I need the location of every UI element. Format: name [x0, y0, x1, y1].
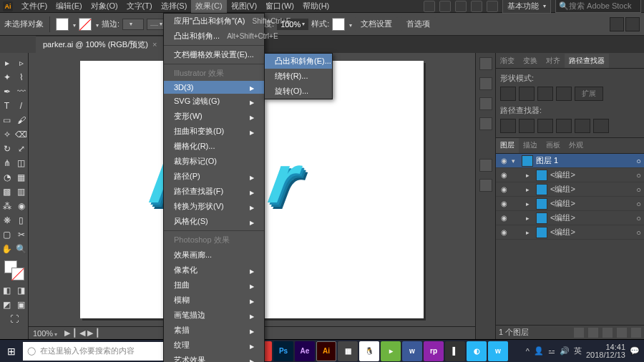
menu-svg-filters[interactable]: SVG 滤镜(G): [164, 94, 264, 109]
stroke-weight[interactable]: [122, 19, 144, 30]
menu-convert-shape[interactable]: 转换为形状(V): [164, 199, 264, 214]
menu-rotate[interactable]: 旋转(O)...: [265, 84, 332, 99]
layer-row[interactable]: ◉▸<编组>○: [496, 197, 644, 211]
shaper-tool[interactable]: ✧: [0, 127, 14, 142]
menu-help[interactable]: 帮助(H): [298, 0, 333, 13]
menu-file[interactable]: 文件(F): [17, 0, 52, 13]
notification-icon[interactable]: 💬: [630, 346, 640, 356]
visibility-icon[interactable]: ◉: [499, 185, 509, 195]
menu-artistic[interactable]: 艺术效果: [164, 353, 264, 362]
layer-row[interactable]: ◉▸<编组>○: [496, 182, 644, 197]
layer-row[interactable]: ◉▸<编组>○: [496, 168, 644, 182]
gradient-mode-icon[interactable]: ◨: [14, 283, 29, 298]
menu-apply-last[interactable]: 应用"凸出和斜角"(A)Shift+Ctrl+E: [164, 14, 264, 29]
menu-pathfinder[interactable]: 路径查找器(F): [164, 184, 264, 199]
menu-blur[interactable]: 模糊: [164, 293, 264, 308]
prefs-button[interactable]: 首选项: [401, 17, 436, 31]
locate-layer-icon[interactable]: [574, 328, 584, 338]
expand-icon[interactable]: ▸: [526, 172, 533, 179]
pf-expand[interactable]: 扩展: [575, 87, 603, 101]
taskbar-ai[interactable]: Ai: [316, 341, 336, 361]
menu-select[interactable]: 选择(S): [157, 0, 192, 13]
dock-color-icon[interactable]: [479, 57, 492, 70]
free-transform-tool[interactable]: ◫: [14, 156, 29, 170]
menu-revolve[interactable]: 绕转(R)...: [265, 69, 332, 84]
menu-effect-gallery[interactable]: 效果画廊...: [164, 248, 264, 263]
menu-window[interactable]: 窗口(W): [261, 0, 298, 13]
taskbar-rp[interactable]: rp: [424, 341, 444, 361]
taskbar-calc[interactable]: ▦: [338, 341, 358, 361]
align-icon[interactable]: [610, 17, 624, 31]
taskbar-clock[interactable]: 14:412018/12/13: [586, 343, 625, 359]
color-mode-icon[interactable]: ◧: [0, 283, 14, 298]
visibility-icon[interactable]: ◉: [499, 213, 509, 223]
visibility-icon[interactable]: ◉: [499, 170, 509, 180]
graph-tool[interactable]: ▯: [14, 213, 29, 228]
make-clipping-mask-icon[interactable]: [588, 328, 598, 338]
expand-icon[interactable]: ▸: [526, 229, 533, 236]
pf-merge[interactable]: [537, 119, 553, 133]
symbol-sprayer-tool[interactable]: ❋: [0, 213, 14, 228]
taskbar-search[interactable]: ◯在这里输入你要搜索的内容: [23, 342, 166, 361]
transform-icon[interactable]: [625, 17, 640, 31]
dock-graphic-styles-icon[interactable]: [479, 179, 492, 192]
paintbrush-tool[interactable]: 🖌: [14, 113, 29, 127]
expand-icon[interactable]: ▸: [526, 215, 533, 222]
width-tool[interactable]: ⋔: [0, 156, 14, 170]
tab-stroke[interactable]: 描边: [519, 138, 542, 153]
tab-appearance[interactable]: 外观: [565, 138, 587, 153]
taskbar-app-blue[interactable]: w: [402, 341, 422, 361]
curvature-tool[interactable]: 〰: [14, 84, 29, 99]
taskbar-terminal[interactable]: ▌: [445, 341, 465, 361]
line-tool[interactable]: /: [14, 99, 29, 113]
menu-sketch[interactable]: 素描: [164, 323, 264, 338]
slice-tool[interactable]: ✂: [14, 228, 29, 242]
expand-icon[interactable]: ▸: [526, 186, 533, 193]
pf-divide[interactable]: [500, 119, 516, 133]
tray-ime-icon[interactable]: 英: [574, 346, 582, 356]
menu-rasterize[interactable]: 栅格化(R)...: [164, 139, 264, 154]
menu-distort-ps[interactable]: 扭曲: [164, 278, 264, 293]
draw-mode-icon[interactable]: ◩: [0, 298, 14, 312]
artboard-tool[interactable]: ▢: [0, 228, 14, 242]
zoom-tool[interactable]: 🔍: [14, 242, 29, 256]
hand-tool[interactable]: ✋: [0, 242, 14, 256]
menu-view[interactable]: 视图(V): [227, 0, 262, 13]
menu-pixelate[interactable]: 像素化: [164, 263, 264, 278]
menu-3d[interactable]: 3D(3): [164, 81, 264, 94]
menu-effect[interactable]: 效果(C): [191, 0, 226, 13]
tab-artboards[interactable]: 画板: [542, 138, 565, 153]
menu-stylize-ai[interactable]: 风格化(S): [164, 214, 264, 229]
titlebar-icon-2[interactable]: [439, 1, 451, 12]
doc-setup-button[interactable]: 文档设置: [355, 17, 398, 31]
dock-brushes-icon[interactable]: [479, 97, 492, 110]
tab-pathfinder[interactable]: 路径查找器: [565, 54, 609, 68]
new-sublayer-icon[interactable]: [602, 328, 613, 338]
stroke-dropdown[interactable]: [94, 20, 99, 29]
shape-builder-tool[interactable]: ◔: [0, 170, 14, 185]
dock-symbols-icon[interactable]: [479, 117, 492, 130]
expand-icon[interactable]: ▾: [512, 157, 519, 165]
taskbar-app-green[interactable]: ▸: [381, 341, 401, 361]
tab-gradient[interactable]: 渐变: [496, 54, 519, 68]
menu-texture[interactable]: 纹理: [164, 338, 264, 353]
titlebar-icon-1[interactable]: [424, 1, 435, 12]
style-swatch[interactable]: [332, 18, 345, 31]
menu-warp[interactable]: 变形(W): [164, 109, 264, 124]
pf-trim[interactable]: [519, 119, 535, 133]
pf-exclude[interactable]: [556, 87, 572, 101]
pf-crop[interactable]: [556, 119, 572, 133]
taskbar-ae[interactable]: Ae: [295, 341, 315, 361]
visibility-icon[interactable]: ◉: [499, 228, 509, 238]
direct-selection-tool[interactable]: ▹: [14, 56, 29, 70]
tab-layers[interactable]: 图层: [496, 138, 519, 153]
blend-tool[interactable]: ◉: [14, 199, 29, 213]
tab-align[interactable]: 对齐: [542, 54, 565, 68]
tray-volume-icon[interactable]: 🔊: [560, 346, 570, 356]
layer-row[interactable]: ◉▾图层 1○: [496, 154, 644, 168]
titlebar-icon-4[interactable]: [471, 1, 482, 12]
taskbar-app-w[interactable]: w: [488, 341, 508, 361]
menu-extrude-bevel[interactable]: 凸出和斜角(E)...: [265, 54, 332, 69]
eraser-tool[interactable]: ⌫: [14, 127, 29, 142]
taskbar-qq[interactable]: 🐧: [359, 341, 379, 361]
